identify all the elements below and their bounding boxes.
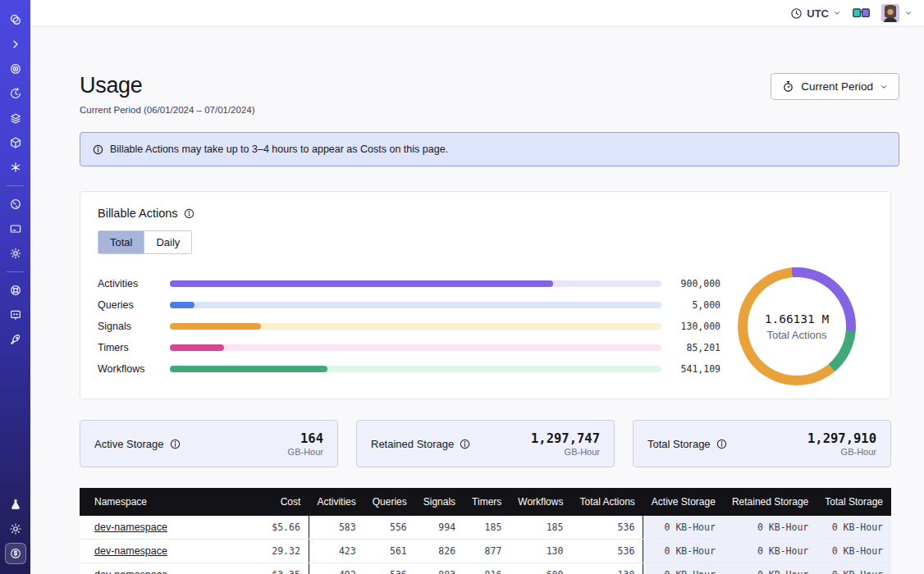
info-banner: Billable Actions may take up to 3–4 hour… (80, 132, 899, 166)
bar-fill (170, 344, 224, 351)
bar-label: Signals (98, 321, 170, 332)
usage-meter-icon[interactable] (5, 194, 26, 215)
deployments-cube-icon[interactable] (5, 132, 26, 153)
getting-started-rocket-icon[interactable] (5, 329, 26, 350)
namespace-usage-table: Namespace Cost Activities Queries Signal… (80, 488, 891, 574)
storage-card-value: 164 (288, 431, 323, 446)
storage-card-unit: GB-Hour (288, 447, 323, 457)
donut-total-value: 1.66131 M (765, 312, 830, 326)
table-header-row: Namespace Cost Activities Queries Signal… (80, 488, 891, 516)
task-queues-icon[interactable] (5, 107, 26, 129)
bar-value: 541,109 (661, 363, 720, 375)
collapse-sidebar-icon[interactable] (5, 34, 26, 55)
tab-daily[interactable]: Daily (144, 231, 191, 253)
namespace-link[interactable]: dev-namespace (94, 522, 167, 533)
bar-value: 130,000 (661, 321, 720, 332)
banner-text: Billable Actions may take up to 3–4 hour… (110, 144, 448, 155)
glasses-icon[interactable] (853, 8, 870, 19)
namespace-link[interactable]: dev-namespace (94, 569, 167, 574)
cell-total-storage: 0 KB-Hour (817, 563, 891, 574)
cell-queries: 561 (364, 540, 415, 563)
col-queries: Queries (364, 488, 415, 516)
timezone-selector[interactable]: UTC (790, 7, 841, 20)
user-menu[interactable] (881, 4, 913, 22)
billable-actions-tabs: Total Daily (98, 230, 192, 254)
bar-value: 5,000 (661, 299, 720, 311)
bar-label: Activities (98, 278, 170, 289)
storage-card-unit: GB-Hour (531, 447, 600, 457)
bar-track (170, 280, 661, 287)
info-circle-icon[interactable] (716, 439, 727, 449)
billable-actions-chart: Activities 900,000 Queries 5,000 Signals (98, 267, 873, 385)
col-activities: Activities (309, 488, 364, 516)
storage-card-label: Active Storage (94, 438, 164, 450)
schedules-icon[interactable] (5, 83, 26, 104)
info-circle-icon[interactable] (170, 439, 181, 449)
cell-active-storage: 0 KB-Hour (643, 516, 724, 540)
period-button-label: Current Period (801, 80, 873, 93)
bar-fill (170, 323, 261, 330)
cell-cost: 29.32 (217, 540, 309, 563)
labs-flask-icon[interactable] (5, 494, 26, 515)
info-circle-icon[interactable] (184, 208, 194, 219)
storage-card-unit: GB-Hour (807, 447, 876, 457)
info-circle-icon[interactable] (460, 439, 470, 449)
bar-row-signals: Signals 130,000 (98, 316, 720, 337)
cell-cost: $3.35 (217, 563, 309, 574)
namespace-link[interactable]: dev-namespace (94, 545, 167, 557)
storage-card-value: 1,297,747 (531, 431, 600, 446)
clock-icon (790, 7, 803, 20)
total-actions-donut-chart: 1.66131 M Total Actions (738, 267, 856, 385)
namespaces-icon[interactable] (5, 58, 26, 80)
cell-total-storage: 0 KB-Hour (817, 540, 891, 563)
storage-card-label: Total Storage (647, 438, 711, 450)
storage-summary-row: Active Storage 164 GB-Hour Retained Stor… (80, 420, 891, 467)
settings-gear-icon[interactable] (5, 243, 26, 264)
billing-card-icon[interactable] (5, 218, 26, 239)
cell-queries: 536 (364, 563, 415, 574)
avatar (881, 4, 899, 22)
sidebar-divider (7, 185, 24, 186)
temporal-logo-icon[interactable] (5, 9, 26, 30)
cell-retained-storage: 0 KB-Hour (724, 540, 817, 563)
cell-total-actions: 536 (571, 540, 643, 563)
cell-active-storage: 0 KB-Hour (643, 563, 724, 574)
col-cost: Cost (217, 488, 309, 516)
chevron-down-icon (833, 9, 841, 17)
cell-timers: 816 (464, 563, 510, 574)
page-title: Usage (80, 73, 255, 98)
table-row: dev-namespace $3.35 492 536 883 816 600 … (80, 563, 891, 574)
sidebar (0, 0, 30, 574)
page-subtitle: Current Period (06/01/2024 – 07/01/2024) (80, 105, 255, 115)
feedback-monitor-icon[interactable] (5, 304, 26, 326)
cell-workflows: 600 (510, 563, 571, 574)
active-storage-card: Active Storage 164 GB-Hour (80, 420, 338, 467)
topbar: UTC (30, 0, 924, 27)
col-total-storage: Total Storage (817, 488, 891, 516)
support-lifebuoy-icon[interactable] (5, 280, 26, 301)
cell-queries: 556 (364, 516, 415, 540)
theme-sun-icon[interactable] (5, 518, 26, 540)
info-circle-icon (93, 144, 103, 155)
tab-total[interactable]: Total (98, 231, 144, 253)
usage-billing-coin-icon[interactable] (5, 543, 26, 564)
cell-activities: 492 (309, 563, 364, 574)
cell-activities: 583 (309, 516, 364, 540)
donut-total-label: Total Actions (767, 329, 827, 341)
period-select-button[interactable]: Current Period (771, 73, 899, 100)
timezone-label: UTC (807, 7, 829, 20)
cell-workflows: 130 (510, 540, 571, 563)
cell-timers: 185 (464, 516, 510, 540)
bar-row-workflows: Workflows 541,109 (98, 358, 720, 380)
chevron-down-icon (880, 83, 888, 91)
cell-activities: 423 (309, 540, 364, 563)
billable-actions-card: Billable Actions Total Daily Activities … (80, 191, 891, 399)
bar-label: Timers (98, 342, 170, 353)
col-namespace: Namespace (80, 488, 217, 516)
cell-total-storage: 0 KB-Hour (817, 516, 891, 540)
cell-signals: 826 (415, 540, 464, 563)
bar-value: 900,000 (661, 278, 720, 289)
sidebar-divider (7, 271, 24, 272)
nexus-icon[interactable] (5, 157, 26, 178)
bar-fill (170, 302, 194, 308)
